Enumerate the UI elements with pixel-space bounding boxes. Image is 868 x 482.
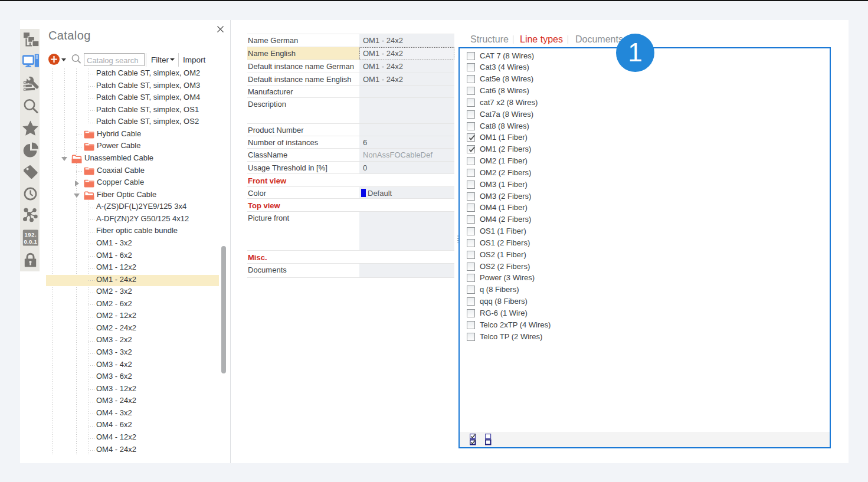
svg-text:192.: 192. (25, 231, 37, 237)
svg-text:0.0.1: 0.0.1 (24, 238, 37, 244)
